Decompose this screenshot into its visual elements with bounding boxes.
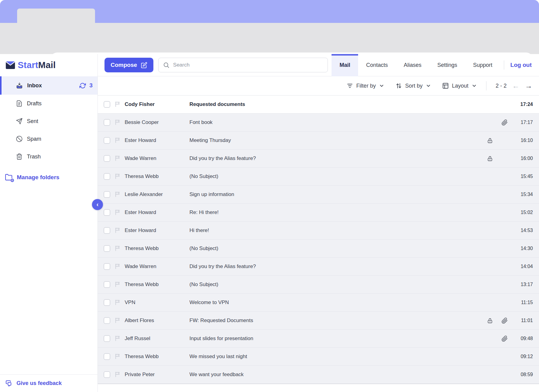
- folder-gear-icon: ⚙: [5, 173, 13, 181]
- email-checkbox[interactable]: [104, 227, 110, 234]
- email-checkbox[interactable]: [104, 281, 110, 288]
- sidebar-item-label: Sent: [27, 118, 38, 125]
- prev-page-arrow[interactable]: ←: [512, 82, 519, 89]
- sidebar-item-drafts[interactable]: Drafts: [0, 95, 97, 112]
- layout-label: Layout: [452, 83, 468, 89]
- email-sender: Cody Fisher: [125, 101, 189, 107]
- email-row[interactable]: Wade Warren Did you try the Alias featur…: [98, 150, 539, 168]
- browser-tab[interactable]: [17, 9, 95, 23]
- email-row[interactable]: Ester Howard Hi there! 14:53: [98, 222, 539, 240]
- flag-icon[interactable]: [114, 227, 121, 234]
- flag-icon[interactable]: [114, 119, 121, 126]
- email-sender: Ester Howard: [125, 227, 189, 234]
- email-checkbox[interactable]: [104, 317, 110, 324]
- chevron-down-icon: [426, 83, 431, 89]
- email-row[interactable]: VPN Welcome to VPN 11:15: [98, 294, 539, 312]
- sidebar-item-label: Trash: [27, 154, 41, 160]
- search-input[interactable]: [173, 62, 323, 68]
- email-row[interactable]: Theresa Webb (No Subject) 14:30: [98, 240, 539, 258]
- email-time: 17:24: [516, 102, 533, 107]
- flag-icon[interactable]: [114, 209, 121, 216]
- email-subject: Font book: [189, 119, 486, 125]
- chevron-left-icon: ‹: [97, 201, 99, 208]
- email-row[interactable]: Theresa Webb (No Subject) 13:17: [98, 276, 539, 294]
- layout-dropdown[interactable]: Layout: [442, 82, 477, 89]
- email-checkbox[interactable]: [104, 101, 110, 108]
- sidebar-item-trash[interactable]: Trash: [0, 148, 97, 165]
- sidebar-item-spam[interactable]: Spam: [0, 130, 97, 148]
- email-checkbox[interactable]: [104, 335, 110, 342]
- email-subject: Meeting Thursday: [189, 137, 486, 143]
- email-sender: Theresa Webb: [125, 281, 189, 288]
- logout-link[interactable]: Log out: [510, 62, 532, 68]
- email-checkbox[interactable]: [104, 173, 110, 180]
- email-checkbox[interactable]: [104, 155, 110, 162]
- chevron-down-icon: [379, 83, 384, 89]
- refresh-icon[interactable]: [79, 82, 86, 89]
- layout-icon: [442, 82, 449, 89]
- flag-icon[interactable]: [114, 155, 121, 162]
- email-row[interactable]: Private Peter We want your feedback 08:5…: [98, 366, 539, 384]
- email-row[interactable]: Ester Howard Meeting Thursday 16:10: [98, 132, 539, 150]
- flag-icon[interactable]: [114, 137, 121, 144]
- email-checkbox[interactable]: [104, 209, 110, 216]
- sidebar-item-sent[interactable]: Sent: [0, 112, 97, 130]
- startmail-logo[interactable]: StartMail: [0, 54, 97, 76]
- email-row[interactable]: Albert Flores FW: Requested Documents 11…: [98, 312, 539, 330]
- email-checkbox[interactable]: [104, 371, 110, 378]
- email-sender: Theresa Webb: [125, 245, 189, 252]
- sort-by-dropdown[interactable]: Sort by: [395, 82, 431, 89]
- tab-support[interactable]: Support: [465, 54, 500, 76]
- flag-icon[interactable]: [114, 245, 121, 252]
- manage-folders-link[interactable]: ⚙ Manage folders: [0, 170, 97, 185]
- email-row[interactable]: Ester Howard Re: Hi there! 15:02: [98, 204, 539, 222]
- email-time: 09:48: [516, 336, 533, 341]
- flag-icon[interactable]: [114, 335, 121, 342]
- sidebar-item-inbox[interactable]: Inbox 3: [0, 76, 97, 95]
- email-checkbox[interactable]: [104, 353, 110, 360]
- email-row[interactable]: Cody Fisher Requested documents 17:24: [98, 96, 539, 114]
- flag-icon[interactable]: [114, 281, 121, 288]
- tab-aliases[interactable]: Aliases: [396, 54, 429, 76]
- email-checkbox[interactable]: [104, 299, 110, 306]
- feedback-link[interactable]: Give us feedback: [0, 374, 97, 392]
- filter-by-dropdown[interactable]: Filter by: [346, 82, 384, 89]
- app-header: Compose Mail Contacts Aliases Settings S…: [98, 54, 539, 76]
- tab-mail[interactable]: Mail: [332, 54, 358, 76]
- flag-icon[interactable]: [114, 353, 121, 360]
- sidebar: StartMail Inbox 3: [0, 54, 98, 392]
- next-page-arrow[interactable]: →: [525, 82, 532, 89]
- email-row[interactable]: Theresa Webb We missed you last night 09…: [98, 348, 539, 366]
- email-row[interactable]: Theresa Webb (No Subject) 15:45: [98, 168, 539, 186]
- compose-button[interactable]: Compose: [105, 58, 153, 72]
- partial-next-row: [98, 384, 539, 388]
- tab-contacts[interactable]: Contacts: [358, 54, 396, 76]
- email-time: 16:10: [516, 138, 533, 143]
- pagination: 2 - 2 ← →: [496, 82, 532, 89]
- email-row[interactable]: Wade Warren Did you try the Alias featur…: [98, 258, 539, 276]
- email-row[interactable]: Bessie Cooper Font book 17:17: [98, 114, 539, 132]
- flag-icon[interactable]: [114, 101, 121, 108]
- email-checkbox[interactable]: [104, 191, 110, 198]
- email-checkbox[interactable]: [104, 245, 110, 252]
- tab-settings[interactable]: Settings: [429, 54, 465, 76]
- flag-icon[interactable]: [114, 173, 121, 180]
- flag-icon[interactable]: [114, 299, 121, 306]
- email-row[interactable]: Leslie Alexander Sign up information 15:…: [98, 186, 539, 204]
- flag-icon[interactable]: [114, 191, 121, 198]
- flag-icon[interactable]: [114, 263, 121, 270]
- sidebar-item-label: Drafts: [27, 100, 42, 107]
- email-time: 16:00: [516, 156, 533, 161]
- email-sender: Jeff Russel: [125, 336, 189, 342]
- email-checkbox[interactable]: [104, 137, 110, 144]
- email-checkbox[interactable]: [104, 263, 110, 270]
- email-row[interactable]: Jeff Russel Input slides for presentatio…: [98, 330, 539, 348]
- email-time: 14:04: [516, 264, 533, 269]
- flag-icon[interactable]: [114, 317, 121, 324]
- email-sender: Private Peter: [125, 372, 189, 378]
- search-box[interactable]: [158, 58, 328, 72]
- email-subject: Re: Hi there!: [189, 209, 486, 216]
- email-checkbox[interactable]: [104, 119, 110, 126]
- flag-icon[interactable]: [114, 371, 121, 378]
- sidebar-collapse-button[interactable]: ‹: [92, 199, 103, 210]
